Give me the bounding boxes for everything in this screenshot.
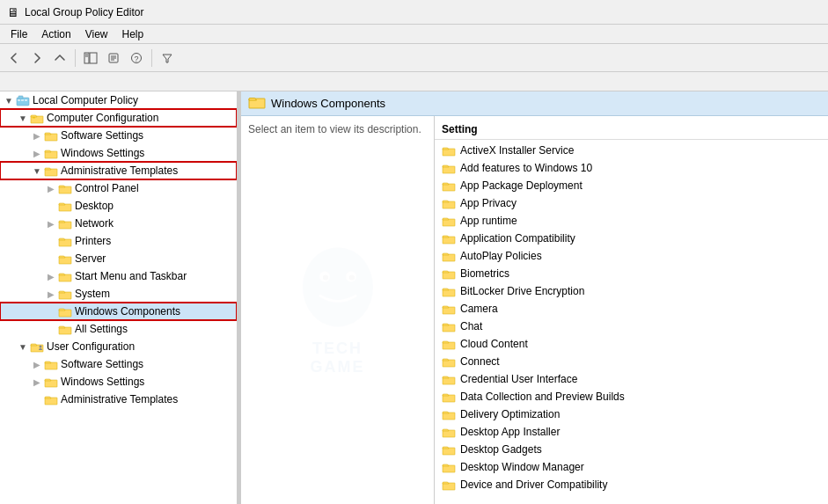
tree-label-software-settings: Software Settings — [61, 129, 143, 142]
setting-item[interactable]: Desktop Window Manager — [435, 458, 828, 476]
svg-rect-1 — [90, 53, 97, 63]
setting-label: Desktop Gadgets — [460, 443, 542, 456]
tree-item-server[interactable]: ▶ Server — [0, 250, 237, 267]
folder-icon-ss — [44, 129, 58, 142]
help-button[interactable]: ? — [126, 47, 147, 69]
tree-item-network[interactable]: ▶ Network — [0, 215, 237, 232]
tree-label-local-computer-policy: Local Computer Policy — [33, 94, 138, 106]
tree-item-all-settings[interactable]: ▶ All Settings — [0, 320, 237, 338]
expand-icon-wc: ▶ — [44, 307, 58, 317]
tree-item-user-admin-templates[interactable]: ▶ Administrative Templates — [0, 391, 237, 408]
menu-action[interactable]: Action — [34, 26, 77, 42]
setting-item[interactable]: Connect — [435, 353, 828, 370]
setting-label: App Package Deployment — [460, 179, 583, 192]
tree-item-desktop[interactable]: ▶ Desktop — [0, 197, 237, 215]
tree-label-network: Network — [75, 217, 114, 230]
menu-help[interactable]: Help — [115, 26, 151, 42]
folder-icon-uat — [44, 393, 58, 405]
forward-button[interactable] — [26, 47, 48, 69]
setting-item[interactable]: App Privacy — [435, 194, 828, 212]
setting-label: Delivery Optimization — [460, 408, 560, 420]
setting-item[interactable]: ActiveX Installer Service — [435, 142, 828, 159]
right-header-title: Windows Components — [271, 97, 385, 110]
setting-item[interactable]: Biometrics — [435, 265, 828, 282]
tree-label-all-settings: All Settings — [75, 323, 128, 335]
menu-view[interactable]: View — [78, 26, 115, 42]
expand-icon-ss: ▶ — [30, 131, 44, 141]
expand-icon-uat: ▶ — [30, 395, 44, 405]
show-hide-tree-button[interactable] — [80, 47, 101, 69]
tree-item-software-settings[interactable]: ▶ Software Settings — [0, 127, 237, 144]
description-text: Select an item to view its description. — [248, 123, 421, 135]
tree-item-windows-settings[interactable]: ▶ Windows Settings — [0, 144, 237, 162]
setting-item[interactable]: Desktop Gadgets — [435, 441, 828, 458]
tree-item-computer-configuration[interactable]: ▼ Computer Configuration — [0, 109, 237, 127]
title-bar: 🖥 Local Group Policy Editor — [0, 0, 828, 25]
setting-label: Cloud Content — [460, 338, 528, 350]
toolbar-separator-2 — [151, 49, 152, 67]
svg-point-37 — [319, 271, 330, 281]
setting-label: Desktop App Installer — [460, 426, 560, 438]
tree-label-user-software-settings: Software Settings — [61, 358, 143, 370]
tree-label-printers: Printers — [75, 235, 111, 247]
setting-item[interactable]: Delivery Optimization — [435, 405, 828, 423]
back-button[interactable] — [4, 47, 25, 69]
properties-button[interactable] — [103, 47, 124, 69]
tree-item-windows-components[interactable]: ▶ Windows Components — [0, 303, 237, 320]
filter-button[interactable] — [157, 47, 178, 69]
folder-icon-cc — [30, 112, 44, 124]
setting-item[interactable]: AutoPlay Policies — [435, 247, 828, 265]
svg-point-36 — [303, 247, 373, 326]
tree-item-user-windows-settings[interactable]: ▶ Windows Settings — [0, 373, 237, 391]
setting-item[interactable]: App Package Deployment — [435, 177, 828, 194]
expand-icon-pr: ▶ — [44, 237, 58, 246]
tree-item-user-configuration[interactable]: ▼ User Configuration — [0, 338, 237, 355]
setting-item[interactable]: App runtime — [435, 212, 828, 230]
menu-file[interactable]: File — [4, 26, 34, 42]
tree-label-system: System — [75, 288, 110, 300]
tree-label-administrative-templates: Administrative Templates — [61, 164, 178, 177]
tree-item-printers[interactable]: ▶ Printers — [0, 232, 237, 250]
setting-item[interactable]: Device and Driver Compatibility — [435, 476, 828, 493]
folder-icon-at — [44, 164, 58, 177]
setting-item[interactable]: Credential User Interface — [435, 370, 828, 388]
tree-item-control-panel[interactable]: ▶ Control Panel — [0, 179, 237, 197]
setting-label: Connect — [460, 355, 500, 368]
tree-item-start-menu[interactable]: ▶ Start Menu and Taskbar — [0, 267, 237, 285]
expand-icon-uws: ▶ — [30, 377, 44, 387]
setting-item[interactable]: Application Compatibility — [435, 230, 828, 247]
folder-icon-sm — [58, 270, 72, 282]
expand-icon-sm: ▶ — [44, 272, 58, 281]
setting-item[interactable]: Desktop App Installer — [435, 423, 828, 441]
main-layout: ▼ Local Computer Policy ▼ — [0, 91, 828, 504]
up-button[interactable] — [49, 47, 70, 69]
folder-icon-as — [58, 323, 72, 335]
tree-item-administrative-templates[interactable]: ▼ Administrative Templates — [0, 162, 237, 179]
setting-item[interactable]: Cloud Content — [435, 335, 828, 353]
setting-label: Biometrics — [460, 267, 509, 280]
address-bar — [0, 72, 828, 91]
setting-item[interactable]: BitLocker Drive Encryption — [435, 282, 828, 300]
setting-item[interactable]: Chat — [435, 318, 828, 335]
setting-item[interactable]: Data Collection and Preview Builds — [435, 388, 828, 405]
right-content: Select an item to view its description. … — [241, 116, 828, 504]
svg-rect-11 — [17, 98, 29, 106]
tree-item-user-software-settings[interactable]: ▶ Software Settings — [0, 355, 237, 373]
tree-item-local-computer-policy[interactable]: ▼ Local Computer Policy — [0, 91, 237, 109]
svg-rect-15 — [25, 99, 27, 101]
app-icon: 🖥 — [7, 5, 19, 19]
expand-icon: ▼ — [2, 96, 16, 106]
tree-item-system[interactable]: ▶ System — [0, 285, 237, 303]
setting-item[interactable]: Add features to Windows 10 — [435, 159, 828, 177]
setting-label: Add features to Windows 10 — [460, 162, 592, 174]
expand-icon-at: ▼ — [30, 166, 44, 176]
expand-icon-as: ▶ — [44, 325, 58, 334]
expand-icon-cc: ▼ — [16, 113, 30, 123]
folder-icon-pr — [58, 235, 72, 247]
setting-label: ActiveX Installer Service — [460, 144, 574, 157]
settings-panel: Setting ActiveX Installer Service Add fe… — [435, 116, 828, 504]
tree-label-desktop: Desktop — [75, 200, 114, 212]
expand-icon-uss: ▶ — [30, 360, 44, 369]
setting-item[interactable]: Camera — [435, 300, 828, 318]
svg-text:?: ? — [134, 55, 138, 63]
